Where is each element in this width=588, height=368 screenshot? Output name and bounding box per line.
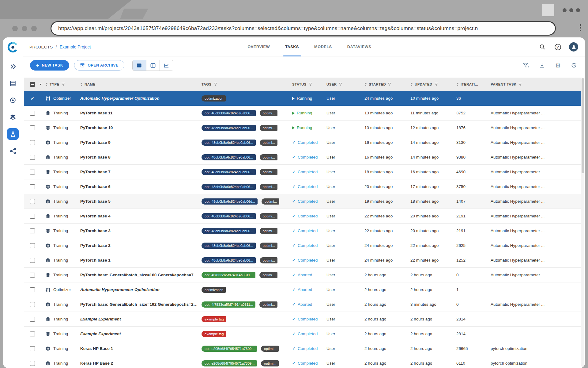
row-select-cell[interactable] xyxy=(24,287,42,292)
table-row[interactable]: TrainingExample Experimentexample tag✓Co… xyxy=(24,312,583,327)
task-tag[interactable]: optimi... xyxy=(260,213,277,219)
url-bar[interactable]: https://app.clear.ml/projects/2043a1657f… xyxy=(51,21,556,36)
name-cell[interactable]: PyTorch base 8 xyxy=(77,155,198,159)
task-tag[interactable]: optimi... xyxy=(261,360,279,366)
task-name[interactable]: PyTorch base 9 xyxy=(80,140,111,145)
task-tag[interactable]: opt: 48db0b8a6c824ce0ab06... xyxy=(202,110,256,116)
name-cell[interactable]: Keras HP Base 1 xyxy=(77,346,198,351)
task-tag[interactable]: optimi... xyxy=(260,228,277,234)
filter-funnel-icon[interactable] xyxy=(434,82,438,86)
row-checkbox[interactable] xyxy=(30,243,35,248)
task-tag[interactable]: optimi... xyxy=(260,140,277,146)
vertical-scrollbar[interactable] xyxy=(581,78,584,367)
column-header-status[interactable]: STATUS xyxy=(289,78,323,91)
row-checkbox[interactable] xyxy=(30,140,35,145)
row-checkbox[interactable] xyxy=(30,317,35,322)
task-tag[interactable]: opt: 48db0b8a6c824ce0ab06... xyxy=(202,243,256,249)
row-select-cell[interactable] xyxy=(24,140,42,145)
table-row[interactable]: OptimizerAutomatic Hyperparameter Optimi… xyxy=(24,282,583,297)
split-view-button[interactable] xyxy=(146,60,160,71)
sidebar-item-reports[interactable] xyxy=(7,111,19,123)
tab-tasks[interactable]: TASKS xyxy=(277,37,307,56)
table-row[interactable]: TrainingPyTorch base 3opt: 48db0b8a6c824… xyxy=(24,224,583,238)
table-row[interactable]: TrainingPyTorch base 8opt: 48db0b8a6c824… xyxy=(24,150,583,165)
row-checkbox[interactable] xyxy=(30,346,35,351)
column-header-user[interactable]: USER xyxy=(323,78,361,91)
column-header-select[interactable] xyxy=(24,78,42,91)
chart-view-button[interactable] xyxy=(160,60,173,71)
sidebar-item-projects[interactable] xyxy=(7,61,19,72)
row-select-cell[interactable] xyxy=(24,302,42,307)
name-cell[interactable]: PyTorch base 7 xyxy=(77,170,198,174)
task-tag[interactable]: optimi... xyxy=(260,154,277,160)
task-tag[interactable]: optimization xyxy=(202,287,226,293)
task-name[interactable]: PyTorch base 3 xyxy=(80,228,111,233)
name-cell[interactable]: PyTorch base 11 xyxy=(77,111,198,115)
table-row[interactable]: TrainingPyTorch base 5opt: 48db0b8a6c824… xyxy=(24,194,583,209)
row-checkbox[interactable] xyxy=(30,361,35,366)
sidebar-item-applications[interactable] xyxy=(7,128,19,140)
task-tag[interactable]: optimi... xyxy=(259,301,277,308)
row-select-cell[interactable] xyxy=(24,273,42,278)
table-row[interactable]: TrainingPyTorch base 10opt: 48db0b8a6c82… xyxy=(24,121,583,135)
task-tag[interactable]: opt: 48db0b8a6c824ce0ab06... xyxy=(202,154,256,160)
task-name[interactable]: PyTorch base 1 xyxy=(80,258,111,263)
row-checkbox[interactable] xyxy=(30,228,35,233)
task-tag[interactable]: opt: 48db0b8a6c824ce0ab06... xyxy=(202,169,256,175)
filter-funnel-icon[interactable] xyxy=(61,82,65,86)
sort-icon[interactable] xyxy=(410,83,413,86)
table-row[interactable]: TrainingPyTorch base 4opt: 48db0b8a6c824… xyxy=(24,209,583,224)
profile-avatar[interactable] xyxy=(569,42,578,52)
column-header-type[interactable]: TYPE xyxy=(42,78,77,91)
row-checkbox[interactable] xyxy=(30,287,35,292)
task-name[interactable]: PyTorch base 11 xyxy=(80,111,113,115)
browser-menu-icon[interactable] xyxy=(580,24,581,31)
task-tag[interactable]: opt: 48db0b8a6c824ce0ab06... xyxy=(202,184,256,190)
task-tag[interactable]: optimi... xyxy=(261,346,279,352)
table-row[interactable]: TrainingPyTorch base 2opt: 48db0b8a6c824… xyxy=(24,238,583,253)
row-checkbox[interactable] xyxy=(30,273,35,278)
new-task-button[interactable]: + NEW TASK xyxy=(30,60,69,71)
column-header-iter[interactable]: ITERATI... xyxy=(453,78,488,91)
name-cell[interactable]: PyTorch base 10 xyxy=(77,125,198,130)
task-name[interactable]: Example Experiment xyxy=(80,317,121,321)
filter-funnel-icon[interactable] xyxy=(339,82,342,86)
task-tag[interactable]: opt: 48db0b8a6c824ce0ab06... xyxy=(202,228,256,234)
task-tag[interactable]: opt: 4f7833ca5fd74914a0311... xyxy=(202,272,255,278)
task-tag[interactable]: opt: 48db0b8a6c824ce0ab06... xyxy=(202,213,256,219)
task-tag[interactable]: optimi... xyxy=(262,198,279,205)
clearml-logo[interactable] xyxy=(7,41,19,53)
row-select-cell[interactable] xyxy=(24,214,42,219)
row-checkbox[interactable] xyxy=(30,258,35,263)
name-cell[interactable]: Automatic Hyperparameter Optimization xyxy=(77,96,198,101)
name-cell[interactable]: Keras HP Base 2 xyxy=(77,361,198,366)
sidebar-item-pipelines[interactable] xyxy=(7,94,19,106)
task-tag[interactable]: optimi... xyxy=(260,257,277,263)
filter-funnel-icon[interactable] xyxy=(308,82,312,86)
table-row[interactable]: TrainingExample Experimentexample tag✓Co… xyxy=(24,327,583,341)
row-select-cell[interactable] xyxy=(24,243,42,248)
name-cell[interactable]: PyTorch base 3 xyxy=(77,228,198,233)
column-header-tags[interactable]: TAGS xyxy=(198,78,289,91)
column-header-name[interactable]: NAME xyxy=(77,78,198,91)
window-controls[interactable] xyxy=(12,26,37,31)
sidebar-item-orchestration[interactable] xyxy=(7,145,19,157)
help-icon[interactable]: ? xyxy=(554,43,562,51)
row-select-cell[interactable] xyxy=(24,170,42,174)
row-select-cell[interactable] xyxy=(24,361,42,366)
task-tag[interactable]: opt: 48db0b8a6c824ce0ab06... xyxy=(202,257,256,263)
table-view-button[interactable] xyxy=(133,60,146,71)
sort-icon[interactable] xyxy=(80,83,83,86)
table-row[interactable]: ✓OptimizerAutomatic Hyperparameter Optim… xyxy=(24,91,583,106)
row-checkbox[interactable]: ✓ xyxy=(30,96,35,101)
name-cell[interactable]: Automatic Hyperparameter Optimization xyxy=(77,287,198,292)
task-tag[interactable]: optimi... xyxy=(260,169,277,175)
settings-gear-icon[interactable]: ⚙ xyxy=(554,62,562,69)
scrollbar-thumb[interactable] xyxy=(582,78,584,173)
task-tag[interactable]: optimi... xyxy=(260,184,277,190)
table-row[interactable]: TrainingPyTorch base: General/batch_size… xyxy=(24,297,583,312)
task-name[interactable]: PyTorch base: General/batch_size=160 Gen… xyxy=(80,273,198,277)
task-name[interactable]: PyTorch base 2 xyxy=(80,243,111,248)
column-header-updated[interactable]: UPDATED xyxy=(407,78,453,91)
name-cell[interactable]: PyTorch base: General/batch_size=160 Gen… xyxy=(77,273,198,277)
